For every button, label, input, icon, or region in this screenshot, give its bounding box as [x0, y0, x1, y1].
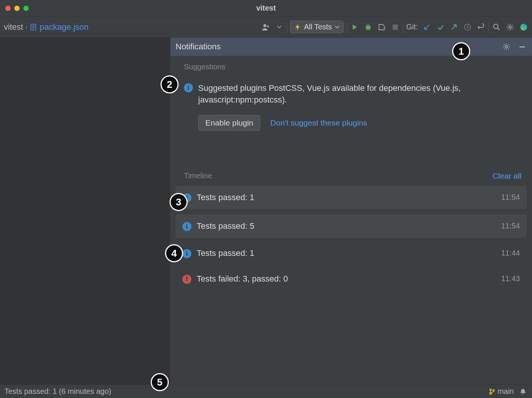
breadcrumb-project[interactable]: vitest — [4, 22, 23, 32]
stop-button[interactable] — [391, 23, 400, 32]
timeline-item[interactable]: i Tests passed: 5 11:54 — [176, 214, 527, 238]
breadcrumb-file[interactable]: package.json — [30, 22, 89, 32]
timeline-message: Tests failed: 3, passed: 0 — [197, 274, 288, 284]
enable-plugin-button[interactable]: Enable plugin — [198, 115, 260, 131]
notifications-bell-icon[interactable] — [518, 387, 527, 396]
git-branch-icon — [489, 388, 495, 395]
statusbar: Tests passed: 1 (6 minutes ago) main — [0, 384, 532, 398]
window-title: vitest — [256, 4, 276, 12]
svg-point-11 — [492, 389, 494, 391]
timeline-label: Timeline — [184, 171, 212, 180]
callout-5: 5 — [151, 373, 169, 391]
hide-panel-icon[interactable] — [518, 42, 527, 51]
callout-1: 1 — [452, 42, 470, 60]
chevron-right-icon: › — [25, 23, 28, 31]
callout-2: 2 — [161, 75, 179, 93]
timeline-message: Tests passed: 1 — [197, 248, 254, 258]
toolbar: vitest › package.json All Tests — [0, 17, 532, 38]
error-icon: ! — [182, 275, 191, 284]
timeline-time: 11:44 — [501, 249, 520, 257]
timeline-item[interactable]: i Tests passed: 1 11:44 — [176, 243, 527, 263]
user-add-icon[interactable] — [261, 23, 270, 32]
run-config-label: All Tests — [304, 23, 332, 31]
dont-suggest-link[interactable]: Don't suggest these plugins — [270, 118, 367, 127]
svg-point-9 — [489, 389, 491, 390]
svg-point-7 — [505, 46, 508, 48]
titlebar: vitest — [0, 0, 532, 17]
breadcrumb-file-label: package.json — [40, 22, 89, 32]
info-icon: i — [182, 222, 191, 231]
timeline-list: i Tests passed: 1 11:54 i Tests passed: … — [170, 183, 532, 292]
git-label: Git: — [406, 23, 418, 31]
timeline-item[interactable]: i Tests passed: 1 11:54 — [176, 186, 527, 209]
search-icon[interactable] — [492, 23, 501, 32]
close-window-button[interactable] — [5, 6, 11, 11]
git-history-icon[interactable] — [463, 23, 472, 32]
notifications-panel: Notifications Suggestions i Suggested pl… — [170, 38, 532, 384]
suggestions-section: Suggestions i Suggested plugins PostCSS,… — [170, 56, 532, 138]
timeline-time: 11:54 — [501, 193, 520, 202]
timeline-time: 11:54 — [501, 222, 520, 230]
git-branch-name: main — [498, 387, 514, 396]
gear-icon[interactable] — [502, 42, 511, 51]
git-update-icon[interactable] — [422, 23, 431, 32]
git-push-icon[interactable] — [449, 23, 459, 32]
editor-panel — [0, 38, 170, 384]
timeline-message: Tests passed: 1 — [197, 193, 254, 202]
svg-point-6 — [509, 26, 511, 28]
svg-point-1 — [263, 24, 266, 27]
gear-icon[interactable] — [506, 23, 515, 32]
git-rollback-icon[interactable] — [477, 23, 486, 32]
notifications-title: Notifications — [176, 42, 221, 52]
json-file-icon — [30, 23, 37, 31]
run-config-selector[interactable]: All Tests — [290, 21, 344, 33]
breadcrumb: vitest › package.json — [4, 22, 89, 32]
run-button[interactable] — [350, 23, 359, 32]
callout-4: 4 — [165, 244, 183, 262]
svg-point-5 — [494, 24, 498, 29]
chevron-down-icon[interactable] — [275, 23, 284, 32]
coverage-button[interactable] — [377, 23, 386, 32]
minimize-window-button[interactable] — [14, 6, 20, 11]
window-controls — [5, 6, 29, 11]
svg-rect-3 — [393, 24, 398, 30]
notifications-header: Notifications — [170, 38, 532, 56]
debug-button[interactable] — [364, 23, 373, 32]
chevron-down-icon — [335, 25, 339, 29]
callout-3: 3 — [170, 193, 188, 211]
timeline-header: Timeline Clear all — [170, 171, 532, 183]
clear-all-link[interactable]: Clear all — [492, 171, 521, 181]
git-commit-icon[interactable] — [436, 23, 445, 32]
info-icon: i — [182, 249, 191, 258]
svg-rect-8 — [520, 46, 525, 47]
suggestions-label: Suggestions — [184, 63, 525, 71]
timeline-message: Tests passed: 5 — [197, 221, 254, 231]
lightning-icon — [294, 24, 301, 31]
suggestion-text: Suggested plugins PostCSS, Vue.js availa… — [198, 83, 525, 106]
timeline-item[interactable]: ! Tests failed: 3, passed: 0 11:43 — [176, 269, 527, 289]
git-branch-indicator[interactable]: main — [489, 387, 514, 396]
main-area: Notifications Suggestions i Suggested pl… — [0, 38, 532, 384]
timeline-time: 11:43 — [501, 274, 520, 283]
ide-logo-icon[interactable] — [519, 23, 528, 32]
statusbar-left: Tests passed: 1 (6 minutes ago) — [5, 387, 111, 396]
maximize-window-button[interactable] — [23, 6, 29, 11]
info-icon: i — [184, 83, 193, 92]
